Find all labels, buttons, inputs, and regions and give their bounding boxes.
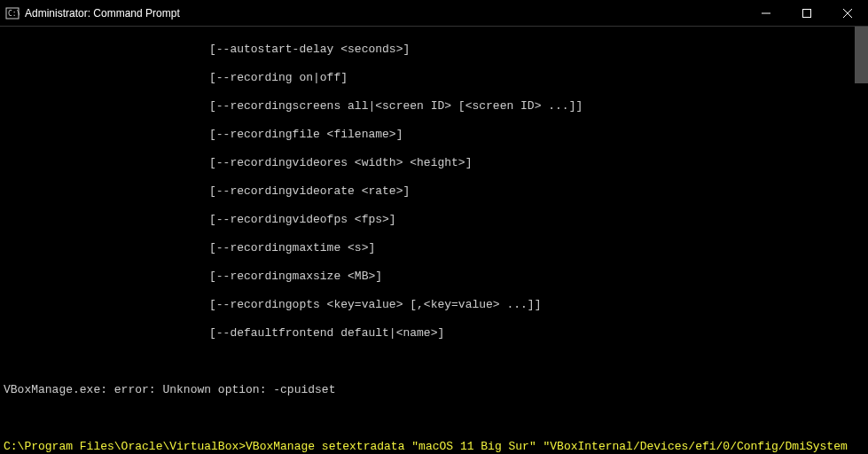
option-line: [--recordingvideores <width> <height>] [4, 156, 850, 170]
scrollbar-thumb[interactable] [855, 27, 868, 83]
window-controls [746, 0, 868, 26]
option-line: [--recordingvideorate <rate>] [4, 184, 850, 199]
window-title: Administrator: Command Prompt [25, 7, 180, 20]
minimize-button[interactable] [746, 0, 786, 27]
option-line: [--recordingscreens all|<screen ID> [<sc… [4, 99, 850, 114]
option-line: [--recording on|off] [4, 71, 850, 85]
option-line: [--defaultfrontend default|<name>] [4, 326, 850, 340]
prompt-text: C:\Program Files\Oracle\VirtualBox> [4, 440, 246, 453]
svg-text:C:\: C:\ [8, 10, 20, 18]
terminal-area[interactable]: [--autostart-delay <seconds>] [--recordi… [0, 27, 868, 454]
option-line: [--recordingopts <key=value> [,<key=valu… [4, 298, 850, 312]
terminal-content[interactable]: [--autostart-delay <seconds>] [--recordi… [0, 27, 854, 454]
close-button[interactable] [827, 0, 868, 27]
titlebar-left: C:\ Administrator: Command Prompt [5, 6, 180, 20]
titlebar: C:\ Administrator: Command Prompt [0, 0, 868, 27]
option-line: [--autostart-delay <seconds>] [4, 43, 850, 57]
cmd-icon: C:\ [5, 6, 20, 20]
option-line: [--recordingvideofps <fps>] [4, 213, 850, 227]
error-line: VBoxManage.exe: error: Unknown option: -… [4, 383, 850, 397]
command-line: C:\Program Files\Oracle\VirtualBox>VBoxM… [4, 440, 850, 454]
maximize-button[interactable] [786, 0, 827, 27]
option-line: [--recordingfile <filename>] [4, 128, 850, 142]
option-line: [--recordingmaxtime <s>] [4, 241, 850, 255]
svg-rect-3 [803, 10, 811, 18]
option-line: [--recordingmaxsize <MB>] [4, 270, 850, 284]
scrollbar[interactable] [854, 27, 868, 454]
